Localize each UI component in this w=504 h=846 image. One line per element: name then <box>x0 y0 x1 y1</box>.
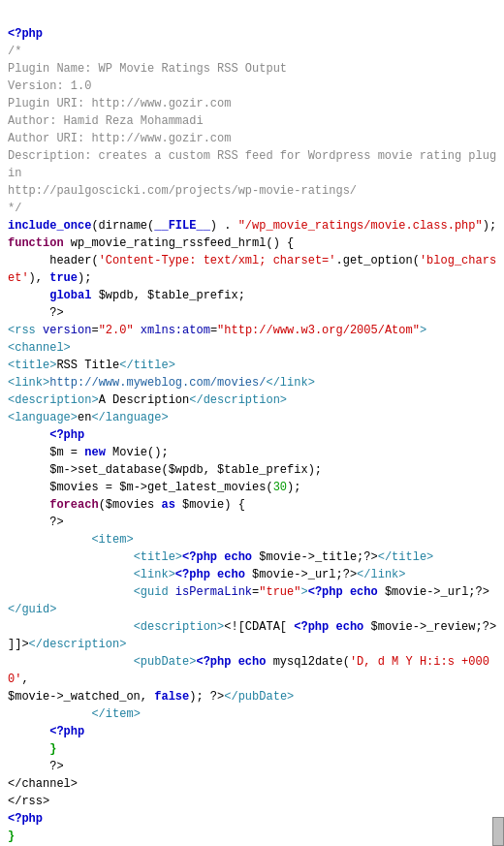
scrollbar[interactable] <box>492 817 504 846</box>
code-display: <?php /* Plugin Name: WP Movie Ratings R… <box>0 0 504 846</box>
